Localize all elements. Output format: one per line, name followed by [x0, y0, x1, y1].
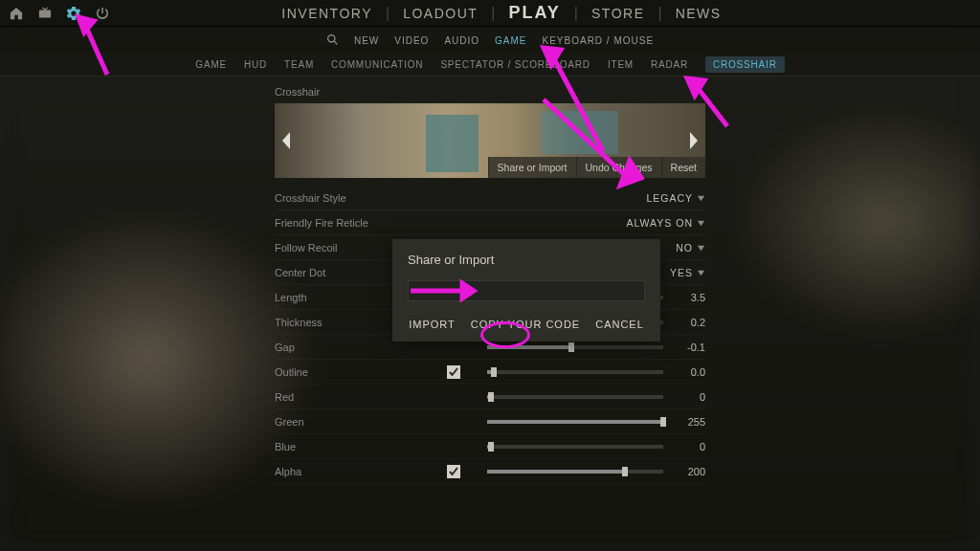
chevron-down-icon [697, 218, 705, 227]
checkbox-outline[interactable] [447, 365, 460, 379]
import-button[interactable]: IMPORT [409, 319, 456, 330]
setting-row-outline: Outline0.0 [275, 360, 705, 385]
setting-label: Gap [275, 342, 447, 353]
dropdown-friendly_fire[interactable]: ALWAYS ON [627, 217, 705, 229]
share-import-modal: Share or Import IMPORT COPY YOUR CODE CA… [392, 239, 660, 342]
settings-tabs: GAME HUD TEAM COMMUNICATION SPECTATOR / … [0, 54, 980, 77]
dropdown-crosshair_style[interactable]: LEGACY [646, 192, 705, 204]
setting-label: Green [275, 416, 447, 428]
setting-row-red: Red0 [275, 385, 705, 409]
setting-label: Red [275, 391, 447, 403]
nav-store[interactable]: STORE [578, 6, 657, 21]
settings-nav: NEW VIDEO AUDIO GAME KEYBOARD / MOUSE [0, 27, 980, 54]
tab-spectator[interactable]: SPECTATOR / SCOREBOARD [440, 59, 590, 70]
subnav-game[interactable]: GAME [495, 35, 526, 46]
svg-marker-6 [698, 221, 704, 226]
value-blue: 0 [671, 441, 705, 452]
slider-green[interactable] [487, 420, 663, 424]
subnav-keyboard-mouse[interactable]: KEYBOARD / MOUSE [543, 35, 655, 46]
setting-row-alpha: Alpha200 [275, 459, 705, 484]
chevron-down-icon [697, 268, 705, 276]
reset-button[interactable]: Reset [661, 157, 705, 178]
main-nav: INVENTORY | LOADOUT | PLAY | STORE | NEW… [109, 3, 894, 23]
slider-blue[interactable] [487, 445, 663, 449]
tab-hud[interactable]: HUD [244, 59, 267, 70]
slider-alpha[interactable] [487, 470, 663, 474]
value-green: 255 [671, 416, 705, 428]
copy-code-button[interactable]: COPY YOUR CODE [471, 319, 580, 330]
slider-red[interactable] [487, 395, 663, 399]
system-icons [10, 7, 109, 20]
top-bar: INVENTORY | LOADOUT | PLAY | STORE | NEW… [0, 0, 980, 27]
tab-radar[interactable]: RADAR [651, 59, 688, 70]
value-red: 0 [671, 391, 705, 403]
section-title: Crosshair [275, 86, 705, 98]
nav-loadout[interactable]: LOADOUT [390, 6, 491, 21]
tab-team[interactable]: TEAM [284, 59, 314, 70]
nav-inventory[interactable]: INVENTORY [268, 6, 386, 21]
checkbox-alpha[interactable] [447, 465, 460, 478]
power-icon[interactable] [96, 7, 109, 20]
chevron-down-icon [697, 243, 705, 252]
tab-game[interactable]: GAME [195, 59, 227, 70]
value-alpha: 200 [671, 466, 705, 477]
gear-icon[interactable] [67, 7, 80, 20]
svg-marker-7 [698, 246, 704, 251]
value-thickness: 0.2 [671, 317, 705, 328]
setting-label: Outline [275, 366, 447, 378]
tab-communication[interactable]: COMMUNICATION [331, 59, 423, 70]
subnav-video[interactable]: VIDEO [394, 35, 429, 46]
home-icon[interactable] [10, 7, 23, 20]
value-length: 3.5 [671, 292, 705, 303]
slider-gap[interactable] [487, 345, 663, 349]
search-icon[interactable] [326, 33, 339, 48]
svg-point-1 [328, 34, 335, 41]
preview-actions: Share or Import Undo Changes Reset [488, 157, 705, 178]
share-import-button[interactable]: Share or Import [488, 157, 576, 178]
value-outline: 0.0 [671, 366, 705, 378]
svg-marker-4 [690, 132, 698, 149]
next-map-icon[interactable] [688, 132, 698, 149]
cancel-button[interactable]: CANCEL [595, 319, 644, 330]
crosshair-preview: Share or Import Undo Changes Reset [275, 103, 705, 178]
svg-marker-8 [698, 271, 704, 276]
prev-map-icon[interactable] [282, 132, 292, 149]
nav-play[interactable]: PLAY [496, 3, 574, 23]
setting-row-green: Green255 [275, 409, 705, 434]
chevron-down-icon [697, 193, 705, 202]
tv-icon[interactable] [38, 7, 52, 20]
slider-outline[interactable] [487, 370, 663, 374]
svg-line-2 [334, 41, 337, 44]
setting-row-friendly_fire: Friendly Fire ReticleALWAYS ON [275, 210, 705, 235]
svg-marker-3 [282, 132, 290, 149]
setting-row-blue: Blue0 [275, 434, 705, 459]
crosshair-code-input[interactable] [408, 280, 645, 301]
svg-marker-5 [698, 196, 704, 201]
subnav-audio[interactable]: AUDIO [444, 35, 479, 46]
svg-rect-0 [39, 10, 51, 17]
tab-item[interactable]: ITEM [608, 59, 634, 70]
setting-label: Alpha [275, 466, 447, 477]
value-gap: -0.1 [671, 342, 705, 353]
setting-label: Friendly Fire Reticle [275, 217, 447, 229]
setting-label: Crosshair Style [275, 192, 447, 204]
subnav-new[interactable]: NEW [354, 35, 379, 46]
setting-label: Blue [275, 441, 447, 452]
setting-row-crosshair_style: Crosshair StyleLEGACY [275, 186, 705, 210]
dropdown-center_dot[interactable]: YES [670, 267, 705, 278]
modal-title: Share or Import [408, 253, 645, 267]
undo-changes-button[interactable]: Undo Changes [576, 157, 661, 178]
nav-news[interactable]: NEWS [662, 6, 735, 21]
tab-crosshair[interactable]: CROSSHAIR [705, 56, 785, 73]
dropdown-follow_recoil[interactable]: NO [676, 242, 705, 253]
